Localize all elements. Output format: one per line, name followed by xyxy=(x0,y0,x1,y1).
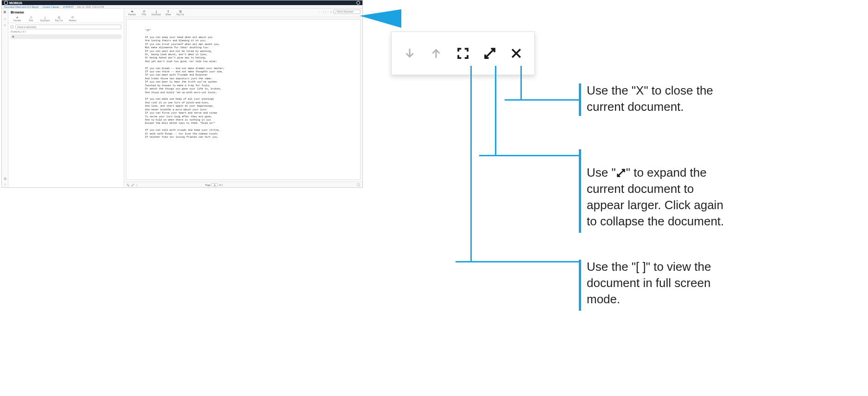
fullscreen-icon[interactable]: ⛶ xyxy=(323,11,326,13)
find-input[interactable] xyxy=(337,11,359,13)
expand-icon[interactable]: ⤢ xyxy=(327,10,329,13)
favorite-button[interactable]: ★Favorite xyxy=(10,16,24,22)
callout-bar xyxy=(579,149,581,233)
favorite-button[interactable]: ★Favorite xyxy=(126,10,138,16)
star-icon: ★ xyxy=(131,10,133,13)
annotation-fullscreen: Use the "[ ]" to view the document in fu… xyxy=(587,259,730,307)
download-icon: ⭳ xyxy=(44,16,47,19)
displaying-label: Displaying 1 of 1 xyxy=(8,31,124,34)
callout-line xyxy=(479,155,579,156)
download-icon: ⭳ xyxy=(155,10,158,13)
callout-line xyxy=(456,261,579,262)
print-button[interactable]: ⎙Print xyxy=(138,10,150,16)
plus-icon[interactable]: + xyxy=(3,23,7,27)
viewer-footer: 🔍 🔎 ⋮ Page of 1 ⓘ xyxy=(124,182,362,187)
download-button[interactable]: ⭳Download xyxy=(38,16,52,22)
breadcrumb-item[interactable]: Content Classes xyxy=(42,6,59,8)
breadcrumb-sep: › xyxy=(61,6,62,8)
zoom-out-icon[interactable]: 🔍 xyxy=(127,184,129,186)
popout-button[interactable]: ⧉Pop Out xyxy=(174,10,186,16)
search-icon: ⌕ xyxy=(335,11,336,13)
expand-icon[interactable] xyxy=(480,43,500,64)
more-icon[interactable]: ⋮ xyxy=(136,184,138,186)
checkbox[interactable] xyxy=(11,26,13,28)
find-in-document[interactable]: ⌕ xyxy=(333,10,361,14)
left-rail: ▣ ⌕ + ⚙ ❔ xyxy=(2,9,8,187)
refresh-button[interactable]: ⟳Refresh xyxy=(66,16,80,22)
app-header: MOBIUS xyxy=(2,0,362,5)
breadcrumb-sep: › xyxy=(40,6,41,8)
callout-line xyxy=(495,66,496,156)
page-of-label: of 1 xyxy=(219,184,222,186)
page-label: Page xyxy=(205,184,211,186)
callout-pointer xyxy=(360,9,401,28)
info-icon[interactable]: ⓘ xyxy=(357,183,360,187)
browse-title: Browse xyxy=(8,9,124,16)
list-item[interactable]: 🗎 xyxy=(11,34,121,39)
popout-icon: ⧉ xyxy=(179,10,182,13)
close-icon[interactable] xyxy=(506,43,526,64)
callout-line xyxy=(520,66,522,101)
viewer-panel: ★Favorite ⎙Print ⭳Download ⇪Share ⧉Pop O… xyxy=(124,9,362,187)
folder-icon[interactable]: ▣ xyxy=(3,10,7,14)
breadcrumb-item[interactable]: VORTEXT xyxy=(63,6,74,8)
zoomed-toolbar xyxy=(391,32,535,75)
share-icon: ⇪ xyxy=(167,10,170,13)
callout-line xyxy=(505,99,579,101)
callout-bar xyxy=(579,83,581,116)
download-button[interactable]: ⭳Download xyxy=(150,10,162,16)
viewer-topbar: ★Favorite ⎙Print ⭳Download ⇪Share ⧉Pop O… xyxy=(124,9,362,17)
document-list: 🗎 xyxy=(8,34,124,39)
callout-line xyxy=(470,66,472,262)
browse-panel: Browse ★Favorite ⎙Print ⭳Download ⧉Pop O… xyxy=(8,9,124,187)
print-icon: ⎙ xyxy=(30,16,32,19)
popout-button[interactable]: ⧉Pop Out xyxy=(52,16,66,22)
breadcrumb-sep: › xyxy=(75,6,76,8)
document-page: 'If' If you can keep your head when all … xyxy=(126,19,361,180)
refresh-icon: ⟳ xyxy=(71,16,74,19)
app-logo-icon xyxy=(4,1,8,5)
page-input[interactable] xyxy=(211,183,218,186)
breadcrumb-item[interactable]: Document Direct and UCJ Report xyxy=(4,6,38,8)
document-icon: 🗎 xyxy=(12,35,14,38)
gear-icon[interactable]: ⚙ xyxy=(3,177,7,181)
breadcrumb-timestamp: Mar 11, 2022, 4:00:12 PM xyxy=(77,6,104,8)
share-button[interactable]: ⇪Share xyxy=(162,10,174,16)
app-window: MOBIUS Document Direct and UCJ Report › … xyxy=(1,0,363,188)
close-icon[interactable]: ✕ xyxy=(330,10,332,13)
popout-icon: ⧉ xyxy=(58,16,60,19)
app-title: MOBIUS xyxy=(9,1,22,5)
browse-toolbar: ★Favorite ⎙Print ⭳Download ⧉Pop Out ⟳Ref… xyxy=(8,16,124,23)
search-icon[interactable]: ⌕ xyxy=(3,17,7,20)
document-text: 'If' If you can keep your head when all … xyxy=(127,19,360,148)
fullscreen-icon[interactable] xyxy=(453,43,473,64)
down-arrow-icon[interactable] xyxy=(399,43,420,64)
annotation-expand: Use "" to expand the current document to… xyxy=(587,148,730,230)
zoom-in-icon[interactable]: 🔎 xyxy=(131,184,134,186)
print-icon: ⎙ xyxy=(143,10,145,13)
up-arrow-icon[interactable]: ↑ xyxy=(321,11,322,13)
down-arrow-icon[interactable]: ↓ xyxy=(318,11,320,13)
up-arrow-icon[interactable] xyxy=(426,43,446,64)
breadcrumb: Document Direct and UCJ Report › Content… xyxy=(2,5,362,9)
annotation-close: Use the "X" to close the current documen… xyxy=(587,83,730,115)
jump-to-document-input[interactable] xyxy=(15,25,121,29)
user-avatar-icon[interactable] xyxy=(356,1,360,5)
print-button[interactable]: ⎙Print xyxy=(24,16,38,22)
star-icon: ★ xyxy=(16,16,19,19)
expand-icon xyxy=(616,166,626,179)
help-icon[interactable]: ❔ xyxy=(3,184,7,187)
callout-bar xyxy=(579,260,581,311)
